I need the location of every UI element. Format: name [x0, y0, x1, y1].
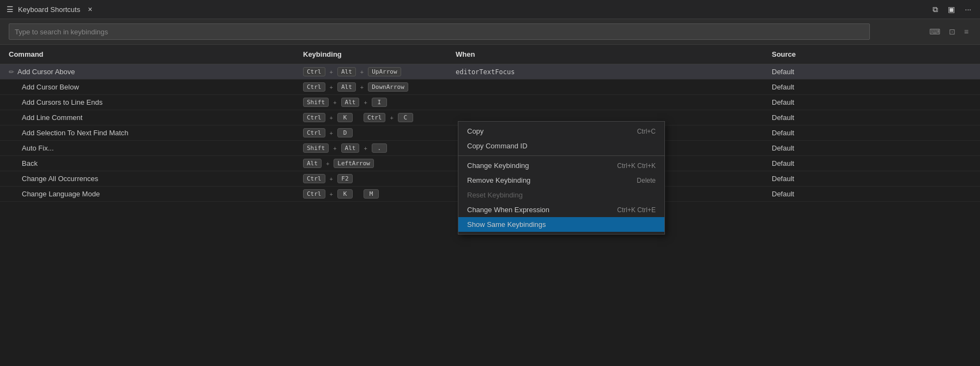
source-cell: Default [763, 188, 980, 200]
menu-item-label: Copy Command ID [467, 142, 528, 150]
when-cell: editorTextFocus [447, 66, 763, 78]
menu-item-reset-keybinding: Reset Keybinding [458, 188, 664, 202]
keybinding-cell: Shift + Alt + . [294, 141, 447, 155]
command-cell: Change Language Mode [0, 188, 294, 200]
menu-item-copy[interactable]: Copy Ctrl+C [458, 124, 664, 139]
title-bar: ☰ Keyboard Shortcuts × ⧉ ▣ ··· [0, 0, 980, 19]
menu-item-label: Remove Keybinding [467, 176, 530, 184]
table-row[interactable]: Add Cursor Below Ctrl + Alt + DownArrow … [0, 80, 980, 95]
keybinding-cell: Ctrl + Alt + UpArrow [294, 65, 447, 79]
when-cell [447, 85, 763, 89]
more-actions-icon[interactable]: ··· [963, 3, 973, 16]
keybinding-cell: Ctrl + F2 [294, 172, 447, 185]
source-cell: Default [763, 81, 980, 93]
command-cell: ✏ Add Cursor Above [0, 65, 294, 78]
split-editor-icon[interactable]: ▣ [946, 3, 957, 16]
search-input[interactable] [9, 23, 870, 40]
record-keys-icon[interactable]: ⊡ [946, 26, 958, 38]
column-header-when: When [447, 48, 763, 61]
menu-item-label: Reset Keybinding [467, 191, 523, 199]
source-cell: Default [763, 142, 980, 154]
hamburger-icon[interactable]: ☰ [7, 5, 14, 14]
menu-item-shortcut: Ctrl+K Ctrl+E [617, 206, 656, 214]
pencil-icon: ✏ [9, 68, 14, 76]
source-cell: Default [763, 157, 980, 170]
menu-item-change-when[interactable]: Change When Expression Ctrl+K Ctrl+E [458, 202, 664, 217]
column-header-source: Source [763, 48, 980, 61]
column-header-command: Command [0, 48, 294, 61]
when-cell [447, 116, 763, 120]
keybinding-cell: Ctrl + K Ctrl + C [294, 111, 447, 124]
table-row[interactable]: ✏ Add Cursor Above Ctrl + Alt + UpArrow … [0, 64, 980, 80]
source-cell: Default [763, 65, 980, 78]
source-cell: Default [763, 111, 980, 124]
title-bar-actions: ⧉ ▣ ··· [930, 3, 973, 16]
menu-item-shortcut: Ctrl+K Ctrl+K [617, 162, 656, 170]
open-to-side-icon[interactable]: ⧉ [930, 3, 940, 16]
search-toolbar: ⌨ ⊡ ≡ [927, 26, 971, 38]
menu-item-show-same-keybindings[interactable]: Show Same Keybindings [458, 217, 664, 232]
keybinding-cell: Shift + Alt + I [294, 95, 447, 109]
keyboard-icon[interactable]: ⌨ [927, 26, 943, 38]
when-cell [447, 100, 763, 105]
menu-item-copy-command-id[interactable]: Copy Command ID [458, 139, 664, 153]
menu-separator [458, 155, 664, 156]
menu-item-shortcut: Ctrl+C [637, 128, 656, 135]
sort-icon[interactable]: ≡ [961, 26, 971, 38]
search-bar: ⌨ ⊡ ≡ [0, 19, 980, 45]
page-title: Keyboard Shortcuts [18, 5, 80, 14]
command-cell: Add Cursor Below [0, 81, 294, 93]
menu-item-label: Copy [467, 127, 483, 135]
table-header: Command Keybinding When Source [0, 45, 980, 64]
title-bar-left: ☰ Keyboard Shortcuts × [7, 4, 95, 15]
context-menu: Copy Ctrl+C Copy Command ID Change Keybi… [458, 121, 665, 235]
table-row[interactable]: Add Cursors to Line Ends Shift + Alt + I… [0, 95, 980, 110]
shortcuts-table: Command Keybinding When Source ✏ Add Cur… [0, 45, 980, 366]
command-cell: Add Cursors to Line Ends [0, 96, 294, 109]
command-cell: Back [0, 157, 294, 170]
keybinding-cell: Alt + LeftArrow [294, 157, 447, 170]
source-cell: Default [763, 96, 980, 109]
command-cell: Auto Fix... [0, 142, 294, 154]
menu-item-label: Change When Expression [467, 206, 549, 214]
keybinding-cell: Ctrl + Alt + DownArrow [294, 80, 447, 94]
column-header-keybinding: Keybinding [294, 48, 447, 61]
source-cell: Default [763, 127, 980, 139]
menu-item-remove-keybinding[interactable]: Remove Keybinding Delete [458, 173, 664, 188]
close-tab-icon[interactable]: × [84, 4, 95, 15]
command-cell: Add Line Comment [0, 111, 294, 124]
keybinding-cell: Ctrl + K M [294, 187, 447, 201]
menu-item-change-keybinding[interactable]: Change Keybinding Ctrl+K Ctrl+K [458, 158, 664, 173]
menu-item-shortcut: Delete [637, 177, 656, 184]
menu-item-label: Change Keybinding [467, 161, 529, 170]
source-cell: Default [763, 172, 980, 185]
command-cell: Change All Occurrences [0, 172, 294, 185]
command-cell: Add Selection To Next Find Match [0, 127, 294, 139]
menu-item-label: Show Same Keybindings [467, 220, 546, 229]
keybinding-cell: Ctrl + D [294, 126, 447, 140]
